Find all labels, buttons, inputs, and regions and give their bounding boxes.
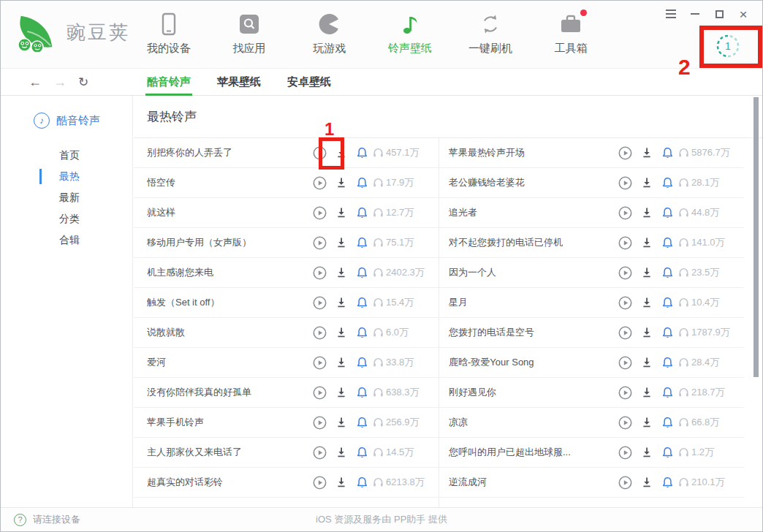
play-button[interactable] [309, 176, 330, 190]
set-ringtone-bell-button[interactable] [352, 476, 373, 489]
set-ringtone-bell-button[interactable] [657, 446, 678, 459]
play-button[interactable] [309, 206, 330, 220]
tab-kuyin-ringtones[interactable]: 酷音铃声 [147, 69, 191, 96]
ringtone-row[interactable]: 没有你陪伴我真的好孤单 [134, 378, 439, 408]
download-button[interactable] [330, 177, 352, 189]
maximize-icon[interactable] [710, 7, 728, 20]
download-button[interactable] [636, 177, 657, 189]
download-button[interactable] [330, 267, 352, 278]
sidebar-item-collections[interactable]: 合辑 [1, 229, 132, 251]
set-ringtone-bell-button[interactable] [657, 177, 678, 189]
set-ringtone-bell-button[interactable] [352, 147, 373, 159]
play-button[interactable] [615, 476, 636, 490]
play-button[interactable] [309, 356, 330, 370]
play-button[interactable] [615, 326, 636, 340]
set-ringtone-bell-button[interactable] [657, 147, 678, 159]
ringtone-row[interactable]: 星月 [439, 288, 744, 318]
ringtone-row[interactable]: 别把疼你的人弄丢了 [134, 138, 439, 168]
play-button[interactable] [615, 296, 636, 310]
play-button[interactable] [309, 386, 330, 400]
set-ringtone-bell-button[interactable] [657, 417, 678, 429]
sidebar-item-newest[interactable]: 最新 [1, 187, 132, 208]
sidebar-item-hottest[interactable]: 最热 [1, 166, 132, 187]
download-button[interactable] [330, 147, 352, 159]
download-button[interactable] [636, 476, 657, 488]
nav-item-ringtones-wallpapers[interactable]: 铃声壁纸 [381, 11, 439, 56]
set-ringtone-bell-button[interactable] [657, 387, 678, 399]
play-button[interactable] [615, 386, 636, 400]
ringtone-row[interactable]: 移动用户专用（女声版） [134, 228, 439, 258]
download-button[interactable] [636, 267, 657, 278]
download-button[interactable] [330, 297, 352, 308]
set-ringtone-bell-button[interactable] [657, 476, 678, 489]
set-ringtone-bell-button[interactable] [352, 207, 373, 219]
set-ringtone-bell-button[interactable] [352, 237, 373, 249]
ringtone-row[interactable]: 苹果手机铃声 [134, 408, 439, 438]
download-button[interactable] [636, 446, 657, 458]
play-button[interactable] [309, 236, 330, 250]
set-ringtone-bell-button[interactable] [352, 446, 373, 459]
ringtone-row[interactable]: 触发（Set it off） [134, 288, 439, 318]
nav-item-toolbox[interactable]: 工具箱 [542, 11, 600, 56]
ringtone-row[interactable]: 悟空传 [134, 168, 439, 198]
play-button[interactable] [309, 146, 330, 160]
sidebar-section-kuyin[interactable]: ♪ 酷音铃声 [34, 113, 132, 129]
set-ringtone-bell-button[interactable] [352, 297, 373, 309]
download-button[interactable] [636, 327, 657, 338]
ringtone-row[interactable]: 主人那家伙又来电话了 [134, 438, 439, 468]
download-button[interactable] [330, 476, 352, 488]
nav-item-play-games[interactable]: 玩游戏 [300, 11, 359, 56]
ringtone-row[interactable]: 追光者 [439, 198, 744, 228]
ringtone-row[interactable]: 凉凉 [439, 408, 744, 438]
ringtone-row[interactable]: 您拨打的电话是空号 [439, 318, 744, 348]
ringtone-row[interactable]: 鹿晗-致爱Your Song [439, 348, 744, 378]
close-icon[interactable]: × [734, 7, 752, 20]
play-button[interactable] [309, 326, 330, 340]
download-button[interactable] [636, 147, 657, 159]
play-button[interactable] [309, 416, 330, 430]
set-ringtone-bell-button[interactable] [352, 417, 373, 429]
ringtone-row[interactable]: 因为一个人 [439, 258, 744, 288]
set-ringtone-bell-button[interactable] [657, 357, 678, 369]
play-button[interactable] [615, 176, 636, 190]
download-button[interactable] [330, 387, 352, 398]
download-button[interactable] [330, 417, 352, 428]
ringtone-row[interactable]: 苹果最热铃声开场 [439, 138, 744, 168]
download-progress-badge[interactable]: 1 [714, 32, 742, 60]
play-button[interactable] [615, 206, 636, 220]
download-button[interactable] [636, 237, 657, 248]
tab-apple-wallpapers[interactable]: 苹果壁纸 [217, 69, 261, 96]
minimize-icon[interactable] [686, 7, 704, 20]
play-button[interactable] [615, 236, 636, 250]
download-button[interactable] [636, 207, 657, 218]
download-button[interactable] [636, 357, 657, 368]
refresh-icon[interactable]: ↻ [78, 75, 88, 90]
nav-item-my-device[interactable]: 我的设备 [140, 11, 198, 56]
download-button[interactable] [330, 446, 352, 458]
download-button[interactable] [330, 207, 352, 218]
download-button[interactable] [330, 357, 352, 368]
play-button[interactable] [615, 416, 636, 430]
tab-android-wallpapers[interactable]: 安卓壁纸 [287, 69, 331, 96]
ringtone-row[interactable]: 您呼叫的用户已超出地球服... [439, 438, 744, 468]
vertical-scrollbar-thumb[interactable] [753, 97, 759, 377]
set-ringtone-bell-button[interactable] [352, 357, 373, 369]
menu-icon[interactable] [662, 7, 680, 20]
ringtone-row[interactable]: 超真实的对话彩铃 [134, 468, 439, 498]
download-button[interactable] [636, 297, 657, 308]
download-button[interactable] [636, 417, 657, 428]
set-ringtone-bell-button[interactable] [657, 297, 678, 309]
download-button[interactable] [636, 387, 657, 398]
ringtone-row[interactable]: 机主感谢您来电 [134, 258, 439, 288]
play-button[interactable] [615, 266, 636, 280]
ringtone-row[interactable]: 说散就散 [134, 318, 439, 348]
play-button[interactable] [309, 446, 330, 460]
ringtone-row[interactable]: 对不起您拨打的电话已停机 [439, 228, 744, 258]
ringtone-row[interactable]: 老公赚钱给老婆花 [439, 168, 744, 198]
nav-item-find-apps[interactable]: 找应用 [220, 11, 278, 56]
play-button[interactable] [309, 296, 330, 310]
play-button[interactable] [309, 266, 330, 280]
ringtone-row[interactable]: 就这样 [134, 198, 439, 228]
set-ringtone-bell-button[interactable] [352, 267, 373, 279]
set-ringtone-bell-button[interactable] [657, 237, 678, 249]
